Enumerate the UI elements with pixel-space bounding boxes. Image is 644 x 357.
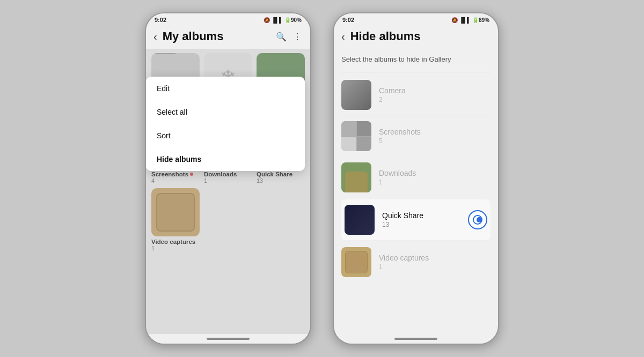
list-info-screenshots: Screenshots 5 <box>379 128 491 145</box>
page-title-left: My albums <box>163 29 224 43</box>
list-info-downloads: Downloads 1 <box>379 169 491 186</box>
dropdown-edit[interactable]: Edit <box>146 77 305 100</box>
home-bar-right <box>394 338 437 340</box>
page-title-right: Hide albums <box>350 29 421 43</box>
phone-left: 9:02 🔕 ▐▌▌ 🔋90% ‹ My albums 🔍 ⋮ <box>145 12 311 345</box>
list-thumb-videocaptures <box>341 247 371 277</box>
more-icon-left[interactable]: ⋮ <box>292 31 303 43</box>
dropdown-menu: Edit Select all Sort Hide albums <box>146 77 305 171</box>
list-thumb-downloads <box>341 162 371 192</box>
status-bar-left: 9:02 🔕 ▐▌▌ 🔋90% <box>146 13 310 25</box>
list-item-videocaptures[interactable]: Video captures 1 <box>341 242 491 283</box>
list-thumb-quickshare <box>345 205 375 235</box>
list-item-camera[interactable]: Camera 2 <box>341 75 491 116</box>
list-info-camera: Camera 2 <box>379 86 491 103</box>
dropdown-select-all[interactable]: Select all <box>146 100 305 124</box>
toggle-wrap-quickshare <box>468 210 487 229</box>
toggle-quickshare[interactable] <box>468 210 487 229</box>
status-bar-right: 9:02 🔕 ▐▌▌ 🔋89% <box>334 13 498 25</box>
list-thumb-camera <box>341 80 371 110</box>
search-icon-left[interactable]: 🔍 <box>275 31 288 43</box>
phone-bottom-right <box>334 334 498 344</box>
list-item-downloads[interactable]: Downloads 1 <box>341 157 491 198</box>
list-name-downloads: Downloads <box>379 169 491 177</box>
hide-albums-content: Select the albums to hide in Gallery Cam… <box>334 49 498 334</box>
toggle-inner-quickshare <box>473 215 482 225</box>
list-count-videocaptures: 1 <box>379 263 491 271</box>
list-thumb-screenshots <box>341 121 371 151</box>
list-item-quickshare[interactable]: Quick Share 13 <box>341 199 491 241</box>
page-header-right: ‹ Hide albums <box>334 25 498 49</box>
back-button-left[interactable]: ‹ <box>153 31 157 43</box>
toggle-knob-quickshare <box>477 217 482 222</box>
phone-bottom-left <box>146 334 310 344</box>
albums-content: Recent 21 ❄ Favourites 0 2 <box>146 49 310 334</box>
page-header-left: ‹ My albums 🔍 ⋮ <box>146 25 310 49</box>
list-name-camera: Camera <box>379 86 491 95</box>
list-info-quickshare: Quick Share 13 <box>382 211 460 228</box>
list-name-videocaptures: Video captures <box>379 254 491 262</box>
dropdown-sort[interactable]: Sort <box>146 124 305 147</box>
list-count-downloads: 1 <box>379 178 491 186</box>
status-icons-right: 🔕 ▐▌▌ 🔋89% <box>451 17 489 23</box>
list-name-screenshots: Screenshots <box>379 128 491 136</box>
hide-subtitle: Select the albums to hide in Gallery <box>341 49 491 72</box>
list-count-camera: 2 <box>379 96 491 103</box>
list-info-videocaptures: Video captures 1 <box>379 254 491 271</box>
header-actions-left: 🔍 ⋮ <box>275 31 303 43</box>
list-count-quickshare: 13 <box>382 221 460 228</box>
list-item-screenshots[interactable]: Screenshots 5 <box>341 116 491 157</box>
list-name-quickshare: Quick Share <box>382 211 460 220</box>
list-count-screenshots: 5 <box>379 137 491 145</box>
time-left: 9:02 <box>155 17 166 23</box>
back-button-right[interactable]: ‹ <box>341 31 345 43</box>
time-right: 9:02 <box>342 17 354 23</box>
home-bar-left <box>207 338 250 340</box>
dropdown-hide-albums[interactable]: Hide albums <box>146 147 305 171</box>
status-icons-left: 🔕 ▐▌▌ 🔋90% <box>264 17 302 23</box>
phone-right: 9:02 🔕 ▐▌▌ 🔋89% ‹ Hide albums Select the… <box>333 12 499 345</box>
